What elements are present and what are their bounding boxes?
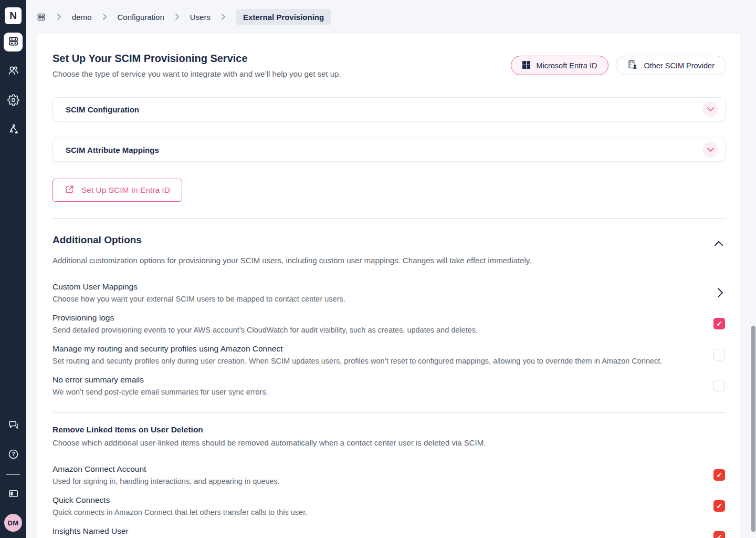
breadcrumb: demo Configuration Users External Provis…	[26, 0, 756, 34]
accordion-title: SCIM Configuration	[66, 105, 139, 114]
svg-text:?: ?	[12, 451, 15, 457]
section-divider	[52, 218, 726, 219]
custom-user-mappings-row[interactable]: Custom User Mappings Choose how you want…	[52, 282, 726, 303]
remove-linked-title: Remove Linked Items on User Deletion	[52, 425, 726, 434]
accordion-title: SCIM Attribute Mappings	[66, 146, 159, 154]
sidebar-item-settings[interactable]	[4, 91, 23, 110]
page-title: Set Up Your SCIM Provisioning Service	[52, 53, 341, 65]
chevron-up-icon	[715, 240, 723, 247]
option-description: Choose how you want your external SCIM u…	[52, 295, 345, 303]
side-panel-icon	[7, 488, 19, 502]
app-logo-letter: N	[9, 10, 17, 22]
scim-attribute-mappings-accordion[interactable]: SCIM Attribute Mappings	[52, 138, 726, 162]
breadcrumb-current-page: External Provisioning	[236, 9, 331, 25]
provider-toggle-group: Microsoft Entra ID Other SCIM Provider	[511, 56, 726, 75]
option-title: Provisioning logs	[52, 313, 478, 323]
sidebar-item-chat[interactable]	[4, 417, 23, 436]
option-title: No error summary emails	[52, 375, 268, 385]
sidebar: N	[0, 0, 26, 538]
chevron-right-icon	[222, 14, 225, 20]
chevron-right-icon	[175, 14, 179, 20]
chevron-down-icon[interactable]	[702, 101, 718, 117]
provider-button-label: Other SCIM Provider	[644, 61, 715, 70]
no-error-summary-row: No error summary emails We won’t send po…	[52, 375, 726, 396]
microsoft-entra-id-button[interactable]: Microsoft Entra ID	[511, 56, 608, 75]
additional-options-subtitle: Additional customization options for pro…	[52, 256, 726, 265]
scim-setup-section: Set Up Your SCIM Provisioning Service Ch…	[52, 53, 726, 78]
organization-user-icon	[627, 59, 638, 71]
sidebar-item-help[interactable]: ?	[4, 446, 23, 464]
sidebar-item-workflows[interactable]	[4, 121, 23, 140]
breadcrumb-item-configuration[interactable]: Configuration	[118, 13, 164, 22]
remove-linked-items-section: Remove Linked Items on User Deletion Cho…	[52, 425, 726, 538]
provisioning-logs-row: Provisioning logs Send detailed provisio…	[52, 313, 726, 334]
users-icon	[7, 65, 19, 79]
additional-options-title: Additional Options	[52, 234, 142, 246]
option-title: Amazon Connect Account	[52, 464, 280, 474]
main-content: Set Up Your SCIM Provisioning Service Ch…	[37, 34, 740, 538]
provisioning-logs-checkbox[interactable]	[713, 318, 725, 329]
remove-linked-subtitle: Choose which additional user-linked item…	[52, 438, 726, 447]
provider-button-label: Microsoft Entra ID	[536, 61, 597, 70]
user-avatar[interactable]: DM	[4, 514, 22, 532]
chevron-down-icon[interactable]	[702, 142, 718, 158]
manage-profiles-row: Manage my routing and security profiles …	[52, 344, 726, 365]
section-divider	[52, 36, 726, 36]
amazon-connect-account-checkbox[interactable]	[713, 469, 725, 481]
sidebar-nav	[4, 33, 23, 140]
page-subtitle: Choose the type of service you want to i…	[52, 69, 341, 78]
option-title: Quick Connects	[52, 495, 307, 505]
option-description: Set routing and security profiles only d…	[52, 357, 662, 365]
amazon-connect-account-row: Amazon Connect Account Used for signing …	[52, 464, 726, 485]
additional-options-section: Additional Options Additional customizat…	[52, 234, 726, 396]
quick-connects-checkbox[interactable]	[713, 500, 725, 512]
section-divider	[52, 412, 726, 413]
sidebar-item-panel-toggle[interactable]	[4, 485, 23, 504]
quick-connects-row: Quick Connects Quick connects in Amazon …	[52, 495, 726, 516]
scim-configuration-accordion[interactable]: SCIM Configuration	[52, 97, 726, 121]
option-title: Manage my routing and security profiles …	[52, 344, 662, 354]
breadcrumb-item-demo[interactable]: demo	[72, 13, 92, 22]
insights-named-user-checkbox[interactable]	[713, 531, 725, 538]
breadcrumb-root-icon[interactable]	[36, 12, 46, 22]
breadcrumb-item-users[interactable]: Users	[190, 13, 211, 22]
collapse-section-button[interactable]	[711, 236, 726, 251]
server-stack-icon	[7, 35, 19, 49]
sidebar-divider	[6, 474, 20, 475]
chevron-right-icon	[57, 14, 61, 20]
option-description: Send detailed provisioning events to you…	[52, 326, 478, 334]
help-icon: ?	[7, 448, 19, 462]
no-error-summary-checkbox[interactable]	[713, 380, 725, 391]
option-title: Custom User Mappings	[52, 282, 345, 292]
user-avatar-initials: DM	[8, 519, 19, 527]
microsoft-logo-icon	[522, 61, 530, 70]
sidebar-item-instances[interactable]	[4, 33, 23, 51]
sidebar-item-users[interactable]	[4, 62, 23, 81]
setup-scim-entra-button[interactable]: Set Up SCIM In Entra ID	[52, 179, 182, 202]
option-title: Insights Named User	[52, 526, 258, 536]
option-description: We won’t send post-cycle email summaries…	[52, 388, 268, 396]
vertical-scrollbar-thumb[interactable]	[751, 326, 755, 532]
setup-button-label: Set Up SCIM In Entra ID	[81, 185, 170, 195]
workflow-person-icon	[7, 123, 19, 138]
chevron-right-icon[interactable]	[715, 286, 726, 299]
gear-icon	[7, 94, 19, 108]
chevron-right-icon	[103, 14, 107, 20]
other-scim-provider-button[interactable]: Other SCIM Provider	[616, 56, 726, 75]
chat-bubbles-icon	[7, 419, 19, 433]
manage-profiles-checkbox[interactable]	[713, 349, 725, 360]
app-logo[interactable]: N	[5, 7, 22, 24]
sidebar-bottom-nav: ? DM	[4, 417, 23, 532]
option-description: Used for signing in, handling interactio…	[52, 477, 280, 485]
insights-named-user-row: Insights Named User A named Insights use…	[52, 526, 726, 538]
option-description: Quick connects in Amazon Connect that le…	[52, 508, 307, 516]
external-link-icon	[65, 184, 75, 196]
